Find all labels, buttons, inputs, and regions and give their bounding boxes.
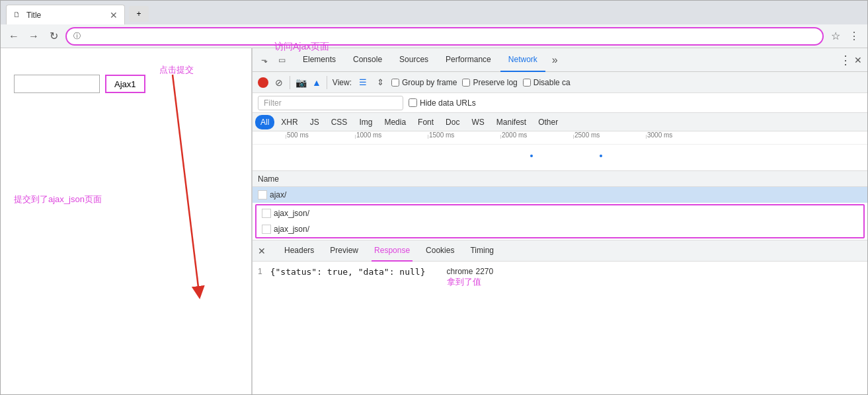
type-tab-font[interactable]: Font [413, 115, 439, 129]
back-button[interactable]: ← [6, 28, 22, 44]
file-icon-ajax [258, 190, 267, 199]
nav-toolbar: ← → ↻ ⓘ 127.0.0.1:8000/ajax/ ☆ ⋮ [1, 24, 867, 48]
detail-tab-response[interactable]: Response [372, 240, 413, 262]
preserve-log-checkbox[interactable]: Preserve log [462, 78, 517, 87]
type-tab-other[interactable]: Other [533, 115, 563, 129]
type-tab-js[interactable]: JS [305, 115, 325, 129]
chrome-label: chrome [447, 267, 473, 276]
form-area: Ajax1 [14, 75, 238, 93]
tab-console[interactable]: Console [345, 48, 390, 72]
request-name-ajax-json-1: ajax_json/ [262, 209, 381, 218]
filter-input[interactable] [258, 96, 403, 110]
devtools-panel: ⬎ ▭ Elements Console Sources Performance… [252, 48, 867, 394]
svg-line-0 [173, 75, 199, 293]
request-row-ajax-json-2[interactable]: ajax_json/ [256, 221, 863, 237]
bookmark-icon[interactable]: ☆ [828, 28, 844, 44]
detail-close-icon[interactable]: ✕ [258, 246, 266, 256]
tab-bar: 🗋 Title ✕ + [1, 1, 867, 24]
record-button[interactable] [258, 77, 268, 88]
list-view-button[interactable]: ☰ [357, 77, 369, 89]
devtools-menu-icon[interactable]: ⋮ [840, 53, 851, 67]
screenshot-button[interactable]: 📷 [296, 77, 307, 88]
view-label: View: [333, 78, 352, 87]
grid-view-button[interactable]: ⇕ [374, 77, 386, 89]
mobile-icon[interactable]: ▭ [275, 54, 288, 67]
main-area: Ajax1 点击提交 提交到了ajax_json页面 [1, 48, 867, 394]
network-toolbar: ⊘ 📷 ▲ View: ☰ ⇕ Group by frame Preserve … [253, 72, 867, 93]
detail-tab-cookies[interactable]: Cookies [423, 240, 457, 262]
type-tab-media[interactable]: Media [379, 115, 411, 129]
ajax-json-group: ajax_json/ ajax_json/ [255, 204, 865, 238]
filter-bar: Hide data URLs [253, 93, 867, 113]
detail-tab-timing[interactable]: Timing [467, 240, 496, 262]
clear-button[interactable]: ⊘ [274, 77, 284, 88]
tab-close-icon[interactable]: ✕ [110, 10, 118, 20]
timeline-mark-3000: 3000 ms [646, 131, 672, 139]
group-by-frame-checkbox[interactable]: Group by frame [391, 78, 457, 87]
reload-button[interactable]: ↻ [46, 28, 61, 44]
timeline-mark-1500: 1500 ms [428, 131, 454, 139]
request-name-ajax: ajax/ [258, 190, 377, 199]
type-tab-all[interactable]: All [255, 115, 274, 129]
detail-header: ✕ Headers Preview Response Cookies Timin… [253, 240, 867, 262]
tab-network[interactable]: Network [500, 48, 545, 72]
request-row-ajax[interactable]: ajax/ [253, 187, 867, 203]
tab-favicon: 🗋 [13, 11, 22, 20]
chrome-number: 2270 [476, 267, 494, 276]
hide-data-urls-checkbox[interactable]: Hide data URLs [409, 98, 476, 108]
detail-panel: ✕ Headers Preview Response Cookies Timin… [253, 240, 867, 394]
click-annotation: 点击提交 [159, 64, 194, 76]
type-tab-manifest[interactable]: Manifest [491, 115, 532, 129]
type-tab-xhr[interactable]: XHR [276, 115, 303, 129]
address-input[interactable]: 127.0.0.1:8000/ajax/ [85, 31, 816, 41]
detail-content: 1 {"status": true, "data": null} chrome … [253, 262, 867, 394]
response-line: 1 {"status": true, "data": null} [258, 267, 426, 277]
browser-tab[interactable]: 🗋 Title ✕ [6, 5, 125, 24]
timeline-mark-500: 500 ms [286, 131, 309, 139]
devtools-controls: ⋮ ✕ [840, 53, 862, 67]
request-row-ajax-json-1[interactable]: ajax_json/ [256, 205, 863, 221]
type-tab-ws[interactable]: WS [466, 115, 489, 129]
tab-performance[interactable]: Performance [438, 48, 499, 72]
cursor-icon[interactable]: ⬎ [258, 54, 271, 67]
more-tabs-icon[interactable]: » [547, 54, 563, 66]
type-filter-tabs: All XHR JS CSS Img Media Font Doc WS Man… [253, 113, 867, 131]
devtools-icons: ⬎ ▭ [258, 54, 288, 67]
request-list: Name ajax/ ajax_json/ [253, 171, 867, 240]
detail-tab-preview[interactable]: Preview [327, 240, 361, 262]
type-tab-doc[interactable]: Doc [440, 115, 465, 129]
disable-cache-checkbox[interactable]: Disable ca [523, 78, 571, 87]
submitted-annotation: 提交到了ajax_json页面 [14, 194, 102, 205]
request-name-ajax-json-2: ajax_json/ [262, 225, 381, 234]
forward-button[interactable]: → [26, 28, 42, 44]
menu-icon[interactable]: ⋮ [846, 28, 862, 44]
secure-icon: ⓘ [73, 31, 81, 41]
ajax-submit-button[interactable]: Ajax1 [105, 75, 145, 93]
tab-elements[interactable]: Elements [295, 48, 344, 72]
tab-sources[interactable]: Sources [391, 48, 436, 72]
chrome-annotation: chrome 2270 拿到了值 [447, 267, 494, 288]
timeline-dot-1 [530, 155, 533, 157]
timeline-dot-2 [600, 155, 602, 157]
separator-2 [327, 76, 327, 89]
timeline-mark-2000: 2000 ms [500, 131, 527, 139]
timeline-mark-1000: 1000 ms [355, 131, 381, 139]
browser-content: Ajax1 点击提交 提交到了ajax_json页面 [1, 48, 252, 394]
devtools-close-icon[interactable]: ✕ [854, 55, 862, 65]
filter-icon[interactable]: ▲ [312, 77, 321, 88]
address-bar-container: ⓘ 127.0.0.1:8000/ajax/ [65, 27, 824, 46]
browser-window: 🗋 Title ✕ + ← → ↻ ⓘ 127.0.0.1:8000/ajax/… [0, 0, 868, 395]
type-tab-css[interactable]: CSS [326, 115, 353, 129]
type-tab-img[interactable]: Img [354, 115, 377, 129]
file-icon-ajax-json-1 [262, 209, 271, 218]
separator-1 [290, 76, 290, 89]
name-column-header: Name [258, 174, 279, 184]
detail-tab-headers[interactable]: Headers [282, 240, 317, 262]
got-value-label: 拿到了值 [447, 276, 494, 288]
new-tab-button[interactable]: + [129, 6, 149, 22]
devtools-tab-bar: ⬎ ▭ Elements Console Sources Performance… [253, 48, 867, 72]
form-text-input[interactable] [14, 75, 100, 93]
request-list-header: Name [253, 171, 867, 187]
toolbar-right: ☆ ⋮ [828, 28, 862, 44]
file-icon-ajax-json-2 [262, 225, 271, 234]
